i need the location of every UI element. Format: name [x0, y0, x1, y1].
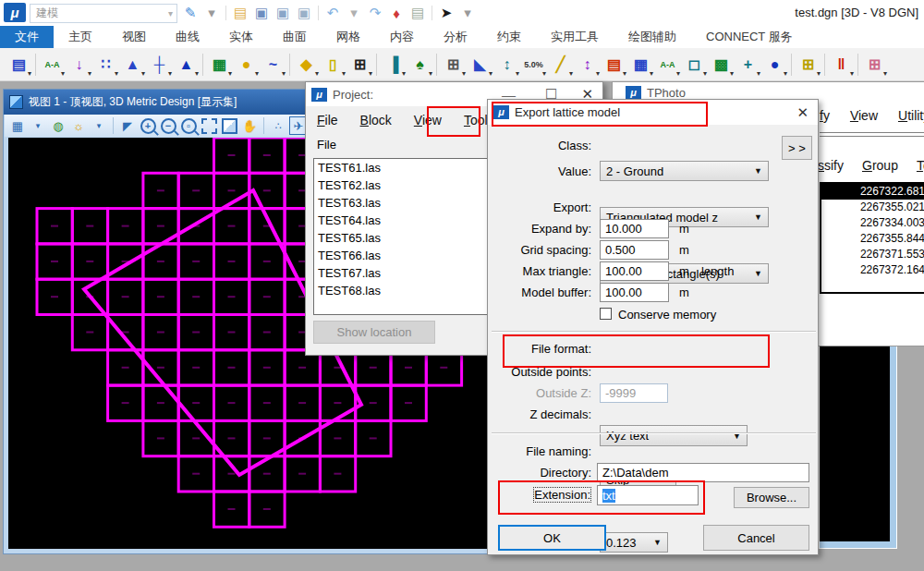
caret-down-icon[interactable]: ▾ [29, 116, 47, 135]
maze-icon[interactable]: ▦▾ [627, 52, 654, 78]
cancel-button[interactable]: Cancel [703, 525, 809, 551]
tphoto-menu-view[interactable]: View [850, 108, 878, 123]
file-list-item[interactable]: TEST62.las [314, 176, 499, 194]
caret-down-icon[interactable]: ▾ [458, 4, 477, 22]
coordinate-row[interactable]: 2267322.681 [821, 184, 924, 200]
file-list-item[interactable]: TEST63.las [314, 194, 499, 212]
zoom-in-icon[interactable]: + [139, 116, 157, 135]
directory-input[interactable]: Z:\Data\dem [597, 463, 809, 482]
class-dropdown[interactable]: 2 - Ground▼ [600, 161, 769, 181]
annotate-icon[interactable]: ✎ [181, 4, 200, 22]
menu-view[interactable]: View [414, 113, 442, 128]
ribbon-tab-12[interactable]: CONNECT 服务 [691, 26, 808, 48]
save-settings-icon[interactable]: ▣ [295, 4, 313, 22]
redo-icon[interactable]: ↷ [366, 4, 384, 22]
file-list-item[interactable]: TEST65.las [314, 229, 499, 247]
section-aa-icon[interactable]: A-A▾ [39, 52, 66, 78]
org-pink-icon[interactable]: ⊞▾ [861, 52, 888, 78]
tower-icon[interactable]: ▲▾ [173, 52, 200, 78]
file-list-item[interactable]: TEST66.las [314, 247, 499, 264]
section2-aa-icon[interactable]: A-A▾ [654, 52, 681, 78]
ribbon-tab-0[interactable]: 文件 [0, 26, 54, 48]
ribbon-tab-8[interactable]: 分析 [429, 26, 482, 48]
densify-icon[interactable]: ↕▾ [493, 52, 520, 78]
ribbon-tab-4[interactable]: 实体 [214, 26, 268, 48]
zoom-window-icon[interactable]: ▫ [179, 116, 198, 135]
view2-window[interactable] [820, 346, 896, 548]
org-yellow-icon[interactable]: ⊞▾ [795, 52, 821, 78]
bars-icon[interactable]: ‖▾ [828, 52, 855, 78]
hatch-icon[interactable]: ▩▾ [708, 52, 735, 78]
close-icon[interactable]: ✕ [793, 104, 812, 121]
trees-icon[interactable]: ♠▾ [407, 52, 433, 78]
flightlines-icon[interactable]: ▤▾ [6, 52, 32, 78]
grid-spacing-input[interactable]: 0.500 [600, 240, 669, 260]
undo-icon[interactable]: ↶ [323, 4, 342, 22]
z-decimals-dropdown[interactable]: 0.123▼ [600, 532, 668, 553]
crosshair-icon[interactable]: +▾ [735, 52, 761, 78]
caret-down-icon[interactable]: ▾ [345, 4, 363, 22]
zoom-out-icon[interactable]: − [159, 116, 177, 135]
model-buffer-input[interactable]: 100.00 [600, 283, 669, 302]
road-lamp-icon[interactable]: ●▾ [233, 52, 260, 78]
classify-colors-icon[interactable]: ▤▾ [601, 52, 627, 78]
coordinate-list[interactable]: 2267322.6812267355.0212267334.0032267355… [820, 182, 924, 294]
control-point-icon[interactable]: ↓▾ [66, 52, 92, 78]
open-folder-icon[interactable]: ▤ [231, 4, 249, 22]
tphoto-titlebar[interactable]: μ TPhoto [613, 82, 924, 100]
menu-file[interactable]: File [317, 113, 338, 128]
vegetation-icon[interactable]: ▲▾ [119, 52, 146, 78]
file-format-dropdown[interactable]: Xyz text▼ [600, 425, 748, 446]
coordinate-row[interactable]: 2267334.003 [821, 215, 924, 231]
pin-icon[interactable]: ♦ [387, 4, 406, 22]
ribbon-tab-2[interactable]: 视图 [107, 26, 161, 48]
tscan-menu-group[interactable]: Group [862, 158, 898, 173]
ribbon-tab-9[interactable]: 约束 [482, 26, 536, 48]
ribbon-tab-10[interactable]: 实用工具 [536, 26, 614, 48]
ribbon-tab-1[interactable]: 主页 [54, 26, 107, 48]
coordinate-row[interactable]: 2267372.164 [821, 262, 924, 278]
export-titlebar[interactable]: μ Export lattice model ✕ [488, 100, 818, 125]
diagonal-icon[interactable]: ╱▾ [547, 52, 574, 78]
save-icon[interactable]: ▣ [252, 4, 271, 22]
caret-down-icon[interactable]: ▾ [202, 4, 221, 22]
coordinate-row[interactable]: 2267355.844 [821, 231, 924, 247]
workset-combo[interactable]: 建模 ▾ [30, 4, 177, 23]
models-icon[interactable]: ◍ [49, 116, 67, 135]
ribbon-tab-11[interactable]: 绘图辅助 [614, 26, 691, 48]
browse-button[interactable]: Browse... [734, 487, 809, 508]
file-list-item[interactable]: TEST61.las [314, 159, 499, 176]
expand-by-input[interactable]: 10.000 [600, 219, 669, 238]
file-list-item[interactable]: TEST67.las [314, 264, 499, 282]
print-icon[interactable]: ▤ [408, 4, 427, 22]
conserve-memory-checkbox[interactable] [600, 308, 612, 320]
file-list[interactable]: TEST61.lasTEST62.lasTEST63.lasTEST64.las… [313, 158, 500, 315]
brightness-icon[interactable]: ☼ [69, 116, 88, 135]
file-list-item[interactable]: TEST64.las [314, 212, 499, 229]
tphoto-menu-fy[interactable]: fy [820, 108, 830, 123]
extension-input[interactable]: txt [597, 485, 699, 505]
caret-down-icon[interactable]: ▾ [90, 116, 108, 135]
tscan-menu-too[interactable]: Too [917, 158, 924, 173]
fit-z-icon[interactable]: ↕▾ [574, 52, 601, 78]
cell-pair-icon[interactable]: ▯▾ [320, 52, 346, 78]
rotate-view-icon[interactable] [220, 116, 238, 135]
ribbon-tab-7[interactable]: 内容 [375, 26, 429, 48]
menu-block[interactable]: Block [360, 113, 392, 128]
fit-view-icon[interactable] [200, 116, 218, 135]
max-triangle-input[interactable]: 100.00 [600, 261, 669, 281]
slope-icon[interactable]: 5.0%▾ [520, 52, 547, 78]
coordinate-row[interactable]: 2267371.553 [821, 247, 924, 262]
view-attributes-icon[interactable]: ▦ [8, 116, 27, 135]
update-view-icon[interactable]: ◤ [118, 116, 137, 135]
tscan-menu-ssify[interactable]: ssify [818, 158, 844, 173]
ok-button[interactable]: OK [498, 525, 606, 551]
wire-cube-icon[interactable]: ◻▾ [681, 52, 708, 78]
point-grid-icon[interactable]: ∷▾ [92, 52, 119, 78]
buildings-icon[interactable]: ◆▾ [293, 52, 320, 78]
show-location-button[interactable]: Show location [313, 321, 435, 344]
walk-icon[interactable]: ∴ [269, 116, 287, 135]
save-as-icon[interactable]: ▣ [274, 4, 292, 22]
curve-icon[interactable]: ~▾ [260, 52, 286, 78]
org-chart-icon[interactable]: ⊞▾ [440, 52, 467, 78]
